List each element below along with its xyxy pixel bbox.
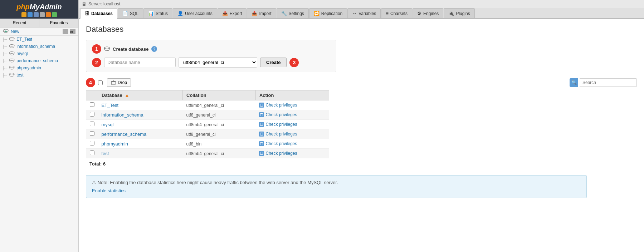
svg-point-7	[9, 66, 14, 68]
logo-icon-db[interactable]	[28, 12, 33, 17]
row-checkbox-4[interactable]	[86, 139, 98, 149]
db-list-icon	[9, 51, 15, 56]
tab-charsets[interactable]: ≡Charsets	[381, 8, 412, 18]
sidebar-db-name[interactable]: ET_Test	[16, 37, 32, 42]
sidebar-db-phpmyadmin[interactable]: ├─ phpmyadmin	[0, 64, 78, 71]
row-db-name-1[interactable]: information_schema	[98, 110, 183, 120]
row-collation-3: utf8_general_ci	[183, 129, 256, 139]
tree-icon: ├─	[2, 66, 7, 70]
table-row: mysql utf8mb4_general_ci Check privilege…	[86, 120, 329, 129]
tab-plugins[interactable]: 🔌Plugins	[444, 8, 474, 18]
tab-databases[interactable]: 🗄Databases	[80, 8, 117, 19]
logo-icon-check[interactable]	[52, 12, 57, 17]
logo-icon-home[interactable]	[21, 12, 26, 17]
col-action: Action	[255, 90, 329, 100]
step3-circle: 3	[289, 58, 299, 67]
svg-point-5	[9, 52, 14, 54]
sidebar-db-information_schema[interactable]: ├─ information_schema	[0, 43, 78, 50]
logo-icon-nav[interactable]	[34, 12, 39, 17]
sort-arrow: ▲	[125, 93, 129, 98]
check-all-checkbox[interactable]	[98, 80, 103, 85]
tab-icon-import: 📥	[252, 11, 257, 16]
table-left-controls: 4 Drop	[86, 78, 131, 87]
sidebar-db-ET_Test[interactable]: ├─ ET_Test	[0, 36, 78, 43]
priv-icon	[259, 141, 264, 146]
row-action-3[interactable]: Check privileges	[255, 129, 329, 139]
tab-icon-status: 📊	[148, 11, 154, 16]
row-action-0[interactable]: Check privileges	[255, 100, 329, 110]
tab-icon-variables: ↔	[352, 11, 357, 16]
db-list-icon	[9, 44, 15, 49]
row-db-name-3[interactable]: performance_schema	[98, 129, 183, 139]
tree-icon: ├─	[2, 45, 7, 49]
sidebar-db-performance_schema[interactable]: ├─ performance_schema	[0, 57, 78, 64]
sidebar-db-name[interactable]: test	[16, 73, 23, 78]
table-row: phpmyadmin utf8_bin Check privileges	[86, 139, 329, 149]
row-db-name-4[interactable]: phpmyadmin	[98, 139, 183, 149]
tab-settings[interactable]: 🔧Settings	[277, 8, 309, 18]
tab-engines[interactable]: ⚙Engines	[413, 8, 443, 18]
new-db-label[interactable]: New	[11, 29, 19, 34]
collation-select[interactable]: utf8mb4_general_ciutf8_general_ciutf8_un…	[179, 57, 257, 68]
table-controls: 4 Drop 🔍	[86, 78, 637, 87]
tree-icon: ├─	[2, 59, 7, 63]
row-action-1[interactable]: Check privileges	[255, 110, 329, 120]
collapse-icon[interactable]: —	[63, 29, 68, 34]
row-db-name-0[interactable]: ET_Test	[98, 100, 183, 110]
drop-icon	[111, 80, 116, 85]
search-input[interactable]	[580, 78, 637, 87]
sidebar-db-name[interactable]: phpmyadmin	[16, 65, 41, 70]
recent-favorites-bar: Recent Favorites	[0, 19, 78, 28]
row-checkbox-0[interactable]	[86, 100, 98, 110]
sidebar-db-test[interactable]: ├─ test	[0, 71, 78, 79]
db-list-icon	[9, 59, 15, 63]
tab-icon-plugins: 🔌	[448, 11, 454, 16]
tab-icon-charsets: ≡	[386, 11, 389, 16]
row-checkbox-1[interactable]	[86, 110, 98, 120]
enable-statistics-link[interactable]: Enable statistics	[92, 188, 126, 193]
tab-import[interactable]: 📥Import	[247, 8, 276, 18]
table-row: information_schema utf8_general_ci Check…	[86, 110, 329, 120]
recent-tab[interactable]: Recent	[0, 19, 39, 27]
help-icon[interactable]: ?	[151, 46, 157, 52]
sidebar-db-name[interactable]: performance_schema	[16, 58, 58, 63]
row-checkbox-3[interactable]	[86, 129, 98, 139]
row-db-name-2[interactable]: mysql	[98, 120, 183, 129]
databases-table-body: ET_Test utf8mb4_general_ci Check privile…	[86, 100, 329, 158]
logo-icon-rel[interactable]	[46, 12, 51, 17]
row-action-4[interactable]: Check privileges	[255, 139, 329, 149]
expand-icon[interactable]: ∞	[70, 29, 75, 34]
create-button[interactable]: Create	[260, 58, 287, 67]
tab-export[interactable]: 📤Export	[218, 8, 247, 18]
priv-icon	[259, 151, 264, 156]
row-checkbox-2[interactable]	[86, 120, 98, 129]
tab-replication[interactable]: 🔁Replication	[309, 8, 347, 18]
tab-sql[interactable]: 📄SQL	[118, 8, 143, 18]
sidebar-db-name[interactable]: mysql	[16, 51, 28, 56]
database-name-input[interactable]	[104, 58, 176, 67]
row-collation-0: utf8mb4_general_ci	[183, 100, 256, 110]
col-collation: Collation	[183, 90, 256, 100]
tab-status[interactable]: 📊Status	[143, 8, 172, 18]
new-db-icon	[3, 29, 9, 34]
content-area: Databases 1 Create database ? 2 utf8mb4_…	[79, 19, 644, 252]
db-list-icon	[9, 66, 15, 70]
sidebar-db-mysql[interactable]: ├─ mysql	[0, 50, 78, 57]
favorites-tab[interactable]: Favorites	[39, 19, 78, 27]
drop-button[interactable]: Drop	[107, 78, 131, 87]
row-action-2[interactable]: Check privileges	[255, 120, 329, 129]
row-db-name-5[interactable]: test	[98, 149, 183, 158]
table-row: ET_Test utf8mb4_general_ci Check privile…	[86, 100, 329, 110]
svg-point-8	[9, 73, 14, 75]
logo-text: phpMyAdmin	[16, 3, 62, 11]
create-database-form: 2 utf8mb4_general_ciutf8_general_ciutf8_…	[92, 57, 330, 68]
logo-icon-settings[interactable]	[40, 12, 45, 17]
tab-user-accounts[interactable]: 👤User accounts	[173, 8, 217, 18]
row-action-5[interactable]: Check privileges	[255, 149, 329, 158]
create-database-header: 1 Create database ?	[92, 44, 330, 54]
sidebar-db-name[interactable]: information_schema	[16, 44, 55, 49]
col-database[interactable]: Database ▲	[98, 90, 183, 100]
row-collation-1: utf8_general_ci	[183, 110, 256, 120]
row-checkbox-5[interactable]	[86, 149, 98, 158]
tab-variables[interactable]: ↔Variables	[347, 8, 381, 18]
